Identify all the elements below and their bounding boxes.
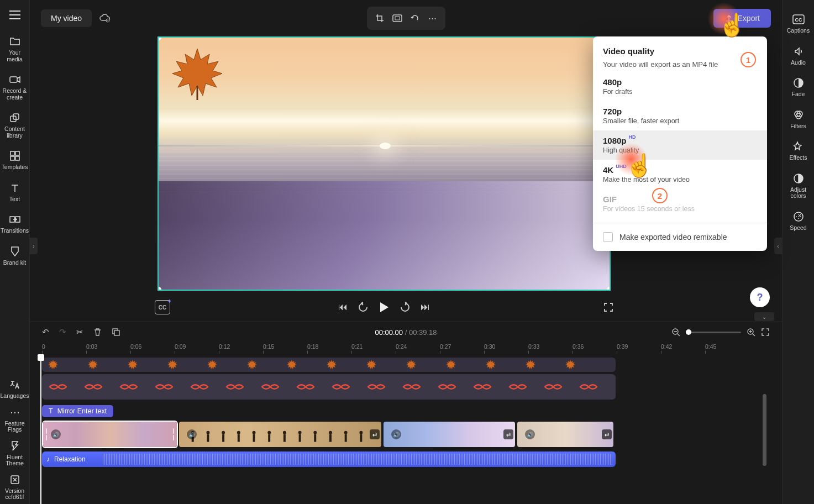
nav-content-library[interactable]: Content library <box>0 106 30 144</box>
delete-button[interactable] <box>93 328 102 337</box>
rewind-button[interactable] <box>358 302 369 313</box>
play-button[interactable] <box>379 301 390 313</box>
more-options-button[interactable]: ⋯ <box>426 11 440 25</box>
cloud-sync-icon[interactable] <box>99 14 111 23</box>
undo-button[interactable]: ↶ <box>42 327 49 337</box>
sprig-thumb-icon <box>296 381 315 392</box>
svg-point-34 <box>253 431 256 434</box>
nav-filters[interactable]: Filters <box>783 103 815 135</box>
clip-audio-icon[interactable]: 🔊 <box>391 429 401 439</box>
transition-icon[interactable]: ⇄ <box>503 429 513 439</box>
text-clip[interactable]: T Mirror Enter text <box>42 405 113 417</box>
video-clip-3[interactable]: 🔊⇄ <box>382 421 516 448</box>
remixable-checkbox[interactable] <box>603 232 613 242</box>
timeline-scrollbar[interactable] <box>763 394 766 498</box>
remixable-label: Make exported video remixable <box>619 233 727 242</box>
overlay-track-1[interactable] <box>42 358 616 372</box>
svg-rect-29 <box>207 434 209 442</box>
video-track[interactable]: 🔊🔊⇄🔊⇄🔊⇄ <box>42 421 616 448</box>
playhead[interactable] <box>40 355 41 504</box>
leaf-thumb-icon <box>127 359 138 370</box>
transition-icon[interactable]: ⇄ <box>370 429 380 439</box>
video-clip-2[interactable]: 🔊⇄ <box>178 421 382 448</box>
sprig-thumb-icon <box>579 381 598 392</box>
ruler-tick: 0:06 <box>130 343 141 350</box>
clip-audio-icon[interactable]: 🔊 <box>51 429 61 439</box>
clip-audio-icon[interactable]: 🔊 <box>525 429 535 439</box>
ruler-tick: 0:24 <box>396 343 407 350</box>
nav-audio[interactable]: Audio <box>783 40 815 72</box>
nav-transitions[interactable]: Transitions <box>0 208 30 240</box>
forward-button[interactable] <box>400 302 411 313</box>
expand-left-panel[interactable]: › <box>30 238 38 254</box>
timeline-ruler[interactable]: 00:030:060:090:120:150:180:210:240:270:3… <box>42 343 770 355</box>
ruler-tick: 0:21 <box>351 343 363 350</box>
leaf-thumb-icon <box>326 359 337 370</box>
nav-speed[interactable]: Speed <box>783 205 815 237</box>
nav-captions[interactable]: CCCaptions <box>783 8 815 40</box>
video-clip-4[interactable]: 🔊⇄ <box>516 421 615 448</box>
ruler-tick: 0:42 <box>661 343 672 350</box>
clip-trim-left[interactable] <box>44 422 49 447</box>
transition-icon[interactable]: ⇄ <box>602 429 612 439</box>
remixable-option[interactable]: Make exported video remixable <box>593 228 767 246</box>
skip-end-button[interactable]: ⏭ <box>421 302 430 313</box>
crop-button[interactable] <box>372 11 387 25</box>
audio-clip-label: Relaxation <box>54 455 86 463</box>
zoom-slider[interactable] <box>686 332 741 333</box>
leaf-thumb-icon <box>87 359 98 370</box>
zoom-fit-button[interactable] <box>761 328 770 337</box>
text-icon: T <box>49 407 53 415</box>
nav-adjust-colors[interactable]: Adjust colors <box>783 167 815 205</box>
sprig-thumb-icon <box>438 381 456 392</box>
skip-start-button[interactable]: ⏮ <box>338 302 348 313</box>
nav-record-create[interactable]: Record & create <box>0 68 30 106</box>
nav-your-media[interactable]: Your media <box>0 30 30 68</box>
audio-track[interactable]: ♪ Relaxation <box>42 452 616 467</box>
rotate-button[interactable] <box>408 11 422 25</box>
resize-handle-tl[interactable] <box>157 36 161 40</box>
zoom-in-button[interactable] <box>747 328 755 337</box>
sprig-thumb-icon <box>84 381 103 392</box>
collapse-properties[interactable]: ⌄ <box>754 312 774 321</box>
export-option-480p[interactable]: 480pFor drafts <box>593 72 767 101</box>
svg-point-36 <box>267 431 271 434</box>
resize-handle-br[interactable] <box>607 287 611 291</box>
clip-audio-icon[interactable]: 🔊 <box>187 429 197 439</box>
sprig-thumb-icon <box>332 381 350 392</box>
duplicate-button[interactable] <box>112 328 120 337</box>
timeline-toolbar: ↶ ↷ ✂ 00:00.00 / 00:39.18 <box>30 322 782 342</box>
cc-icon: CC <box>792 13 805 25</box>
nav-languages[interactable]: Languages <box>0 375 30 403</box>
export-option-720p[interactable]: 720pSmaller file, faster export <box>593 101 767 130</box>
project-title[interactable]: My video <box>41 9 92 27</box>
nav-brand-kit[interactable]: Brand kit <box>0 240 30 272</box>
ruler-tick: 0:18 <box>307 343 318 350</box>
nav-templates[interactable]: Templates <box>0 144 30 176</box>
nav-text[interactable]: Text <box>0 176 30 208</box>
expand-right-panel[interactable]: ‹ <box>774 238 782 254</box>
ruler-tick: 0:45 <box>705 343 716 350</box>
export-option-1080p[interactable]: 1080pHDHigh quality <box>593 130 767 160</box>
nav-fluent-theme[interactable]: Fluent Theme <box>0 437 30 470</box>
clip-trim-right[interactable] <box>171 422 176 447</box>
fit-button[interactable] <box>390 11 405 25</box>
nav-feature-flags[interactable]: ⋯Feature Flags <box>0 403 30 437</box>
sprig-thumb-icon <box>49 381 67 392</box>
nav-effects[interactable]: Effects <box>783 135 815 167</box>
video-clip-1[interactable]: 🔊 <box>42 421 178 448</box>
zoom-out-button[interactable] <box>671 328 680 337</box>
video-preview[interactable] <box>157 36 611 291</box>
nav-fade[interactable]: Fade <box>783 71 815 103</box>
fade-icon <box>793 77 804 89</box>
help-button[interactable]: ? <box>750 287 770 307</box>
export-option-4k[interactable]: 4KUHDMake the most of your video <box>593 160 767 189</box>
export-button[interactable]: Export <box>713 9 771 28</box>
split-button[interactable]: ✂ <box>76 327 83 337</box>
menu-button[interactable] <box>0 0 30 30</box>
overlay-track-2[interactable] <box>42 374 616 400</box>
nav-version-ccfd-f[interactable]: Version ccfd61f <box>0 470 30 504</box>
fullscreen-button[interactable] <box>603 302 613 312</box>
redo-button[interactable]: ↷ <box>59 327 66 337</box>
captions-toggle[interactable]: CC✦ <box>155 300 170 314</box>
